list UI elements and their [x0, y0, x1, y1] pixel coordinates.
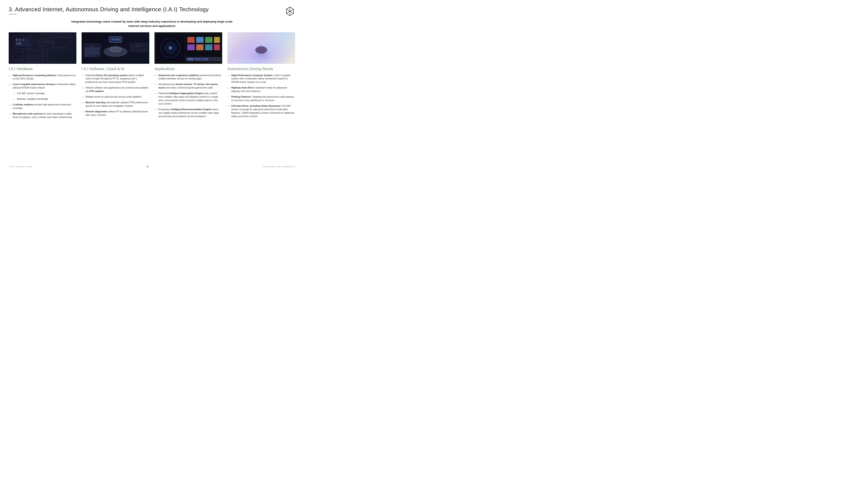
list-item: — Microphones and cameras for each passe…: [9, 112, 76, 119]
title-block: 3. Advanced Internet, Autonomous Driving…: [9, 6, 209, 14]
svg-point-65: [266, 52, 267, 53]
list-item: — Proprietary Intelligent Recommendation…: [155, 108, 222, 118]
column-software: FF Cloud FF CTRL V2X / V2I I.A.I Softwar…: [82, 32, 149, 121]
svg-rect-8: [13, 52, 24, 60]
svg-rect-5: [15, 38, 30, 46]
svg-rect-10: [47, 50, 72, 61]
svg-rect-4: [13, 36, 32, 48]
svg-text:FF Cloud: FF Cloud: [112, 38, 119, 40]
svg-rect-29: [85, 47, 100, 49]
svg-rect-49: [214, 44, 220, 50]
svg-point-68: [256, 47, 257, 48]
svg-line-11: [32, 38, 36, 42]
svg-rect-18: [22, 39, 24, 41]
software-image: FF Cloud FF CTRL V2X / V2I: [82, 32, 149, 64]
svg-rect-46: [187, 44, 195, 50]
svg-rect-51: [187, 58, 193, 60]
list-item: — Enhanced user experience platform powe…: [155, 74, 222, 81]
autonomous-image: [227, 32, 295, 64]
svg-rect-16: [16, 39, 18, 41]
applications-image: [155, 32, 222, 64]
list-item: — Full Auto-Drive, including Urban Auton…: [227, 104, 295, 118]
svg-rect-52: [195, 58, 201, 60]
page-header: 3. Advanced Internet, Autonomous Driving…: [9, 6, 295, 18]
list-item: — Machine learning automatically updates…: [82, 101, 149, 108]
svg-rect-47: [196, 44, 204, 50]
list-item: — 3 cellular modems provide high-speed a…: [9, 103, 76, 110]
autonomous-bullets: — High-Performance Compute System: Level…: [227, 74, 295, 118]
svg-rect-53: [202, 58, 208, 60]
autonomous-title: Autonomous Driving Ready: [227, 67, 295, 71]
svg-point-21: [40, 39, 45, 44]
list-item: — Multiple levels of cybersecurity acros…: [82, 95, 149, 99]
svg-rect-43: [196, 37, 204, 43]
columns-container: I.A.I Hardware — High-performance comput…: [9, 32, 295, 121]
svg-rect-45: [214, 37, 220, 43]
svg-rect-34: [130, 43, 147, 52]
subtitle: Integrated technology stack created by t…: [9, 20, 295, 28]
svg-point-40: [168, 46, 172, 50]
svg-rect-32: [85, 53, 100, 55]
software-bullets: — Patented Future OS operating system al…: [82, 74, 149, 117]
list-item: — Level 3-capable autonomous driving w/ …: [9, 83, 76, 90]
column-hardware: I.A.I Hardware — High-performance comput…: [9, 32, 76, 121]
svg-rect-7: [53, 37, 70, 47]
svg-rect-19: [16, 42, 21, 45]
page-number: 29: [146, 165, 149, 168]
svg-rect-44: [205, 37, 212, 43]
svg-text:FF CTRL: FF CTRL: [90, 45, 95, 46]
svg-rect-30: [85, 49, 100, 51]
software-title: I.A.I Software, Cloud & AI: [82, 67, 149, 71]
svg-rect-9: [28, 51, 42, 61]
svg-rect-42: [187, 37, 195, 43]
svg-point-62: [258, 46, 265, 51]
list-item: — Parking Features: Targeting full auton…: [227, 95, 295, 102]
page-footer: © 2021 FARADAY FUTURE 29 PROPRIETARY AND…: [9, 165, 295, 168]
list-item: — Highway Auto-Drive: Hardware-ready for…: [227, 86, 295, 93]
hardware-image: [9, 32, 76, 64]
hardware-title: I.A.I Hardware: [9, 67, 76, 71]
list-item: — Simultaneously stream movies, TV shows…: [155, 83, 222, 90]
column-applications: Applications — Enhanced user experience …: [155, 32, 222, 121]
list-item: — High-performance computing platform: D…: [9, 74, 76, 81]
list-item: — Remote diagnostics allows FF to addres…: [82, 110, 149, 117]
svg-point-64: [266, 47, 267, 48]
svg-rect-48: [205, 44, 212, 50]
applications-bullets: — Enhanced user experience platform powe…: [155, 74, 222, 118]
hardware-bullets: — High-performance computing platform: D…: [9, 74, 76, 119]
list-item: — High-Performance Compute System: Level…: [227, 74, 295, 84]
svg-point-20: [38, 38, 47, 46]
list-item: — Patented Intelligent Aggregation Engin…: [155, 92, 222, 106]
svg-rect-33: [85, 55, 95, 56]
title-underline: [9, 14, 17, 14]
list-item: — Modular, scalable and flexible: [9, 97, 76, 101]
footer-confidential: PROPRIETARY AND CONFIDENTIAL: [262, 166, 295, 168]
applications-title: Applications: [155, 67, 222, 71]
footer-copyright: © 2021 FARADAY FUTURE: [9, 166, 33, 168]
svg-rect-31: [85, 51, 100, 53]
svg-text:V2X / V2I: V2X / V2I: [136, 45, 142, 46]
logo-icon: [285, 6, 295, 18]
list-item: — Vehicle software and applications are …: [82, 86, 149, 93]
page-title: 3. Advanced Internet, Autonomous Driving…: [9, 6, 209, 13]
svg-point-66: [260, 54, 262, 55]
svg-rect-6: [36, 35, 49, 42]
svg-point-23: [109, 46, 122, 52]
svg-point-67: [256, 52, 257, 53]
column-autonomous: Autonomous Driving Ready — High-Performa…: [227, 32, 295, 121]
svg-rect-17: [19, 39, 21, 41]
svg-point-63: [260, 45, 262, 46]
list-item: — Full 360° sensor coverage: [9, 92, 76, 95]
list-item: — Patented Future OS operating system al…: [82, 74, 149, 84]
